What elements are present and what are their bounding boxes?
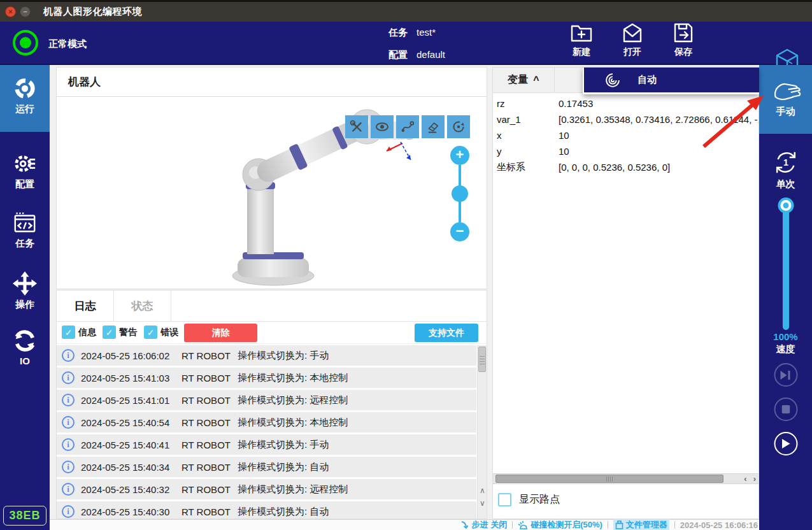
log-source: RT ROBOT <box>182 440 238 450</box>
mode-dropdown-item-auto[interactable]: 自动 <box>583 68 759 94</box>
minimize-icon[interactable]: – <box>20 6 31 17</box>
variable-name: x <box>497 130 559 141</box>
code-window-icon <box>13 211 37 235</box>
log-row[interactable]: i2024-05-25 16:06:02RT ROBOT操作模式切换为: 手动 <box>57 345 476 366</box>
scroll-left-icon[interactable]: ‹ <box>744 474 746 483</box>
filter-info-label: 信息 <box>78 327 96 338</box>
save-button[interactable]: 保存 <box>662 22 704 58</box>
tab-log[interactable]: 日志 <box>57 290 114 321</box>
zoom-slider-knob[interactable] <box>452 185 468 202</box>
trajectory-button[interactable] <box>396 115 419 138</box>
speed-slider[interactable] <box>783 208 789 330</box>
content-area: 机器人 <box>50 65 759 530</box>
variable-value: 0.17453 <box>559 98 593 109</box>
variable-row[interactable]: rz0.17453 <box>493 96 759 111</box>
header: 正常模式 任务test* 配置default 新建 打开 保存 <box>0 22 812 65</box>
stop-button[interactable] <box>774 398 797 421</box>
filter-info-checkbox[interactable]: ✓信息 <box>62 326 96 339</box>
log-row[interactable]: i2024-05-25 15:41:01RT ROBOT操作模式切换为: 远程控… <box>57 390 476 410</box>
zoom-in-button[interactable]: + <box>450 146 469 165</box>
log-row[interactable]: i2024-05-25 15:40:54RT ROBOT操作模式切换为: 本地控… <box>57 412 476 433</box>
info-icon: i <box>62 505 75 518</box>
sidebar-item-label: 配置 <box>0 178 50 190</box>
mode-button-manual[interactable]: 手动 <box>759 65 812 134</box>
auto-spiral-icon <box>603 71 622 90</box>
tools-button[interactable] <box>345 115 368 138</box>
clear-button[interactable]: 清除 <box>184 324 257 342</box>
tab-status[interactable]: 状态 <box>114 290 171 321</box>
sidebar-item-run[interactable]: 运行 <box>0 65 50 132</box>
filter-warn-checkbox[interactable]: ✓警告 <box>103 326 137 339</box>
variable-row[interactable]: var_1[0.3261, 0.35348, 0.73416, 2.72866,… <box>493 111 759 127</box>
variable-row[interactable]: x10 <box>493 127 759 143</box>
variable-row[interactable]: y10 <box>493 143 759 159</box>
log-scrollbar-thumb[interactable] <box>478 347 486 372</box>
sidebar-item-operate[interactable]: 操作 <box>0 261 50 320</box>
robot-3d-viewport[interactable]: + − <box>57 97 487 289</box>
variables-hscrollbar[interactable]: ‹ › <box>493 473 759 484</box>
run-mode-single[interactable]: 1 单次 <box>759 140 812 197</box>
scroll-down-icon[interactable]: ∨ <box>478 497 487 510</box>
zoom-out-button[interactable]: − <box>450 222 469 241</box>
scroll-up-icon[interactable]: ∧ <box>478 484 487 497</box>
variables-panel: 变量 ^ rz0.17453 var_1[0.3261, 0.35348, 0.… <box>492 67 759 519</box>
statusbar-divider <box>674 521 675 529</box>
close-icon[interactable]: × <box>5 6 16 17</box>
tab-variables[interactable]: 变量 ^ <box>493 68 555 92</box>
run-icon <box>13 76 37 101</box>
new-button[interactable]: 新建 <box>560 22 602 58</box>
tools-icon <box>348 118 365 135</box>
visibility-button[interactable] <box>371 115 394 138</box>
log-message: 操作模式切换为: 本地控制 <box>238 417 348 429</box>
log-time: 2024-05-25 16:06:02 <box>81 350 182 361</box>
log-time: 2024-05-25 15:41:01 <box>81 395 182 406</box>
log-row[interactable]: i2024-05-25 15:40:41RT ROBOT操作模式切换为: 手动 <box>57 434 476 455</box>
open-button[interactable]: 打开 <box>611 22 653 58</box>
sidebar-item-label: 操作 <box>0 299 50 311</box>
zoom-slider[interactable] <box>459 165 461 222</box>
support-file-button[interactable]: 支持文件 <box>415 324 478 342</box>
reset-view-button[interactable] <box>447 115 470 138</box>
log-source: RT ROBOT <box>182 350 238 361</box>
sidebar-item-config[interactable]: 配置 <box>0 141 50 201</box>
open-envelope-icon <box>621 22 644 45</box>
log-row[interactable]: i2024-05-25 15:40:34RT ROBOT操作模式切换为: 自动 <box>57 457 476 477</box>
filter-warn-label: 警告 <box>119 327 137 338</box>
show-waypoints-label: 显示路点 <box>519 493 560 506</box>
scroll-right-icon[interactable]: › <box>753 474 756 483</box>
log-row[interactable]: i2024-05-25 15:41:03RT ROBOT操作模式切换为: 本地控… <box>57 368 476 388</box>
variable-value: [0, 0, 0, 0.5236, 0.5236, 0] <box>559 162 670 173</box>
speed-slider-knob[interactable] <box>780 200 791 211</box>
variables-hscrollbar-thumb[interactable] <box>495 475 723 483</box>
show-waypoints-checkbox[interactable]: 显示路点 <box>498 493 560 506</box>
info-icon: i <box>62 371 75 384</box>
file-manager-icon <box>615 520 623 529</box>
info-icon: i <box>62 416 75 429</box>
variable-row[interactable]: 坐标系[0, 0, 0, 0.5236, 0.5236, 0] <box>493 159 759 175</box>
new-button-label: 新建 <box>560 47 602 58</box>
log-row[interactable]: i2024-05-25 15:40:32RT ROBOT操作模式切换为: 远程控… <box>57 479 476 499</box>
variable-name: var_1 <box>497 114 559 125</box>
variable-name: y <box>497 146 559 157</box>
run-mode-label: 单次 <box>759 178 812 190</box>
step-mode-toggle[interactable]: 步进 关闭 <box>460 519 508 530</box>
step-next-button[interactable] <box>774 363 797 387</box>
config-value: default <box>417 49 445 60</box>
save-button-label: 保存 <box>662 47 704 58</box>
variable-name: rz <box>497 98 559 109</box>
sidebar-item-io[interactable]: IO <box>0 319 50 378</box>
log-row[interactable]: i2024-05-25 15:40:30RT ROBOT操作模式切换为: 自动 <box>57 501 476 519</box>
checkbox-checked-icon: ✓ <box>62 326 75 339</box>
config-row: 配置default <box>388 49 445 61</box>
sidebar-item-label: 任务 <box>0 238 50 250</box>
play-button[interactable] <box>774 432 797 455</box>
sidebar-item-task[interactable]: 任务 <box>0 201 50 261</box>
mode-button-label: 手动 <box>759 106 812 118</box>
filter-error-checkbox[interactable]: ✓错误 <box>144 326 178 339</box>
collision-detect-toggle[interactable]: 碰撞检测开启(50%) <box>518 519 602 530</box>
file-manager-button[interactable]: 文件管理器 <box>613 519 669 530</box>
checkbox-checked-icon: ✓ <box>144 326 157 339</box>
log-scrollbar[interactable]: ∧ ∨ <box>477 345 487 519</box>
variable-value: 10 <box>559 146 569 157</box>
erase-button[interactable] <box>422 115 445 138</box>
